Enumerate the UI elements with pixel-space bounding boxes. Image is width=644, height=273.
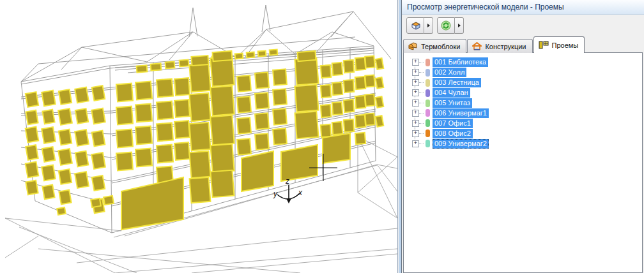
zone-color-swatch: [425, 89, 430, 97]
openings-layer: [26, 50, 384, 230]
axis-z-label: z: [285, 177, 289, 186]
opening-window: [376, 96, 384, 107]
opening-window: [344, 100, 354, 112]
openings-icon: [539, 41, 549, 49]
expand-plus-icon[interactable]: +: [412, 79, 419, 86]
tree-connector-dots: [419, 82, 424, 83]
opening-window: [321, 105, 331, 117]
opening-window: [92, 175, 105, 191]
zone-label[interactable]: 009 Универмаг2: [433, 139, 489, 149]
opening-window: [237, 75, 251, 91]
zone-label[interactable]: 008 Офис2: [433, 129, 473, 138]
zone-label[interactable]: 007 Офис1: [433, 119, 473, 128]
tree-item[interactable]: + 003 Лестница: [404, 78, 642, 88]
opening-window: [42, 147, 55, 162]
expand-plus-icon[interactable]: +: [412, 140, 419, 147]
tree-connector-dots: [419, 72, 424, 73]
zone-label[interactable]: 006 Универмаг1: [433, 108, 489, 118]
tree-connector-dots: [419, 62, 424, 63]
view-cube-dropdown[interactable]: [424, 17, 433, 34]
expand-plus-icon[interactable]: +: [412, 120, 419, 127]
tree-item[interactable]: + 006 Универмаг1: [404, 108, 642, 118]
tree-item[interactable]: + 004 Чулан: [404, 88, 642, 98]
zone-color-swatch: [425, 100, 430, 107]
tab-label: Проемы: [552, 41, 579, 49]
energy-model-viewer-window: z y x Просмотр энергетической модели - П…: [0, 0, 644, 273]
expand-plus-icon[interactable]: +: [412, 89, 419, 96]
opening-window: [332, 63, 342, 75]
opening-window: [165, 61, 175, 68]
expand-plus-icon[interactable]: +: [412, 110, 419, 117]
opening-window: [273, 69, 287, 85]
opening-window: [355, 57, 365, 70]
refresh-button[interactable]: [437, 17, 455, 34]
energy-model-wireframe: z y x: [0, 0, 397, 273]
expand-plus-icon[interactable]: +: [412, 100, 419, 107]
opening-window: [26, 110, 38, 124]
energy-model-panel: Просмотр энергетической модели - Проемы: [397, 0, 644, 273]
opening-window: [58, 149, 72, 165]
tab-constructions[interactable]: Конструкции: [467, 39, 532, 53]
tree-item[interactable]: + 001 Библиотека: [404, 57, 642, 68]
expand-plus-icon[interactable]: +: [412, 130, 419, 137]
opening-window: [103, 196, 114, 205]
opening-window: [75, 151, 89, 167]
opening-window: [332, 102, 342, 115]
tree-connector-dots: [419, 133, 424, 134]
view-cube-button[interactable]: [406, 17, 424, 34]
opening-window: [174, 121, 190, 138]
tree-connector-dots: [419, 103, 424, 103]
opening-window: [321, 124, 331, 137]
opening-window: [297, 51, 316, 61]
opening-window: [157, 123, 173, 142]
refresh-dropdown[interactable]: [455, 17, 464, 34]
tree-item[interactable]: + 007 Офис1: [404, 118, 642, 128]
zone-label[interactable]: 004 Чулан: [433, 88, 470, 98]
opening-window: [376, 58, 384, 69]
panel-toolbar: [402, 15, 644, 36]
tree-item[interactable]: + 008 Офис2: [404, 128, 642, 138]
zone-label[interactable]: 005 Унитаз: [433, 98, 472, 108]
zone-color-swatch: [425, 109, 430, 117]
expand-plus-icon[interactable]: +: [412, 69, 419, 76]
tree-item[interactable]: + 002 Холл: [404, 68, 642, 78]
tree-item[interactable]: + 005 Унитаз: [404, 98, 642, 108]
zones-tree-container: + 001 Библиотека + 002 Холл + 003 Лестни…: [403, 52, 643, 273]
opening-window: [116, 107, 133, 125]
opening-window: [174, 100, 190, 117]
opening-window: [42, 185, 54, 199]
tab-thermoblocks[interactable]: Термоблоки: [403, 39, 466, 53]
opening-window: [376, 115, 384, 126]
opening-window: [365, 55, 374, 68]
opening-window: [26, 127, 39, 143]
dropdown-arrow-icon: [427, 24, 430, 27]
opening-window: [180, 59, 189, 66]
zone-label[interactable]: 003 Лестница: [433, 78, 481, 87]
zone-color-swatch: [425, 119, 430, 127]
opening-window: [210, 115, 234, 145]
tree-item[interactable]: + 009 Универмаг2: [404, 138, 642, 149]
opening-window: [355, 115, 365, 128]
opening-storefront: [241, 151, 273, 191]
axis-y-label: y: [273, 189, 278, 198]
opening-window: [237, 117, 251, 133]
opening-window: [92, 85, 105, 101]
opening-window: [295, 112, 318, 139]
opening-window: [75, 129, 89, 146]
opening-window: [59, 129, 72, 145]
expand-plus-icon[interactable]: +: [412, 59, 419, 66]
zone-label[interactable]: 002 Холл: [433, 68, 466, 77]
opening-window: [365, 113, 374, 125]
opening-window: [270, 50, 278, 55]
tab-openings[interactable]: Проемы: [533, 36, 585, 53]
opening-window: [116, 152, 133, 171]
opening-window: [26, 181, 38, 195]
opening-storefront: [323, 133, 350, 163]
zone-label[interactable]: 001 Библиотека: [433, 57, 488, 67]
opening-window: [42, 91, 56, 107]
tree-connector-dots: [419, 144, 424, 144]
opening-window: [75, 172, 89, 188]
opening-window: [116, 84, 133, 102]
model-3d-viewport[interactable]: z y x: [0, 0, 397, 273]
opening-window: [59, 169, 72, 184]
